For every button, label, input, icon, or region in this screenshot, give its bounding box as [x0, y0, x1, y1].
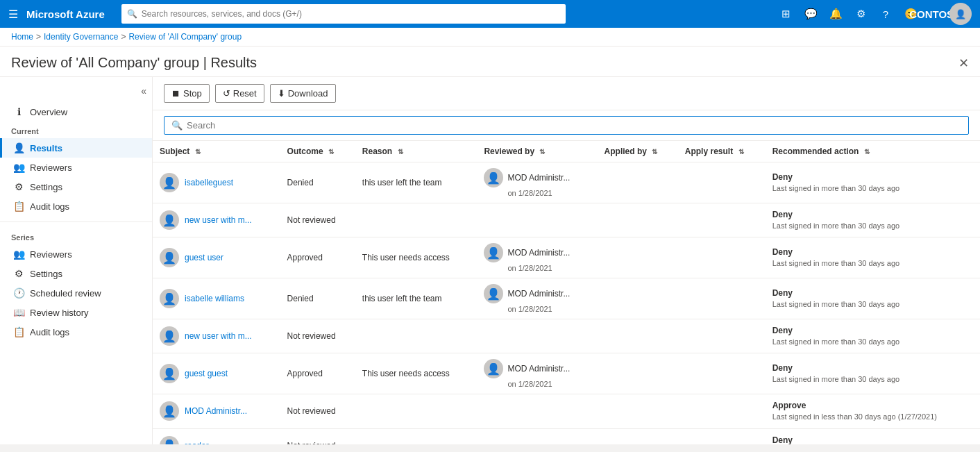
- cell-apply-result: [678, 319, 766, 353]
- sidebar-item-scheduled-review[interactable]: 🕐 Scheduled review: [0, 283, 152, 303]
- sidebar-item-reviewers-current[interactable]: 👥 Reviewers: [0, 158, 152, 177]
- col-reason[interactable]: Reason ⇅: [355, 141, 478, 162]
- recommended-action: Deny Last signed in more than 30 days ag…: [772, 287, 973, 310]
- auditlogs-icon: 📋: [13, 201, 24, 212]
- action-name: Deny: [772, 362, 973, 374]
- download-button[interactable]: ⬇ Download: [270, 84, 336, 103]
- user-cell: 👤 guest guest: [160, 364, 273, 383]
- cell-apply-result: [678, 353, 766, 394]
- bell-icon[interactable]: 🔔: [825, 3, 847, 25]
- grid-icon[interactable]: ⊞: [775, 3, 797, 25]
- user-name[interactable]: new user with m...: [185, 331, 252, 341]
- col-apply-result[interactable]: Apply result ⇅: [678, 141, 766, 162]
- sidebar-item-results[interactable]: 👤 Results: [0, 138, 152, 158]
- cell-apply-result: [678, 428, 766, 444]
- reviewer-cell: 👤 MOD Administr... on 1/28/2021: [484, 284, 590, 313]
- search-box: 🔍: [164, 116, 969, 135]
- col-recommended-action[interactable]: Recommended action ⇅: [766, 141, 980, 162]
- user-name[interactable]: isabelleguest: [185, 178, 233, 187]
- sidebar-item-auditlogs-current[interactable]: 📋 Audit logs: [0, 196, 152, 216]
- sidebar-collapse-area: «: [0, 83, 152, 102]
- reviewer-name: MOD Administr...: [507, 173, 570, 183]
- help-icon[interactable]: ?: [875, 3, 897, 25]
- user-name[interactable]: MOD Administr...: [185, 406, 247, 416]
- col-applied-by[interactable]: Applied by ⇅: [598, 141, 678, 162]
- reviewer-avatar: 👤: [484, 284, 503, 303]
- user-name[interactable]: reader: [185, 441, 209, 444]
- cell-reason: this user left the team: [355, 278, 478, 319]
- cell-apply-result: [678, 203, 766, 237]
- action-reason: Last signed in more than 30 days ago: [772, 337, 973, 347]
- col-subject[interactable]: Subject ⇅: [153, 141, 280, 162]
- user-avatar-icon: 👤: [160, 364, 179, 383]
- sidebar-item-overview[interactable]: ℹ Overview: [0, 102, 152, 122]
- sidebar-item-reviewers-series[interactable]: 👥 Reviewers: [0, 244, 152, 264]
- scheduled-review-icon: 🕐: [13, 287, 24, 299]
- breadcrumb-sep-2: >: [121, 32, 126, 42]
- action-reason: Last signed in more than 30 days ago: [772, 374, 973, 385]
- table-row: 👤 guest guest ApprovedThis user needs ac…: [153, 353, 980, 394]
- cell-subject: 👤 new user with m...: [153, 203, 280, 237]
- feedback-icon[interactable]: 💬: [800, 3, 822, 25]
- cell-recommended-action: Deny Last signed in more than 30 days ag…: [766, 278, 980, 319]
- sidebar-item-settings-current[interactable]: ⚙ Settings: [0, 177, 152, 196]
- breadcrumb-identity-governance[interactable]: Identity Governance: [44, 32, 118, 42]
- close-button[interactable]: ✕: [958, 56, 969, 71]
- content-area: ⏹ Stop ↺ Reset ⬇ Download 🔍: [153, 77, 980, 444]
- reviewer-date: on 1/28/2021: [484, 305, 590, 313]
- col-outcome[interactable]: Outcome ⇅: [280, 141, 355, 162]
- global-search-input[interactable]: [142, 9, 560, 19]
- user-avatar-icon: 👤: [160, 248, 179, 267]
- cell-recommended-action: Deny Last signed in more than 30 days ag…: [766, 162, 980, 203]
- cell-outcome: Not reviewed: [280, 319, 355, 353]
- sidebar-reviewers-current-label: Reviewers: [30, 162, 72, 173]
- user-avatar-icon: 👤: [160, 210, 179, 230]
- action-reason: Last signed in less than 30 days ago (1/…: [772, 412, 973, 422]
- cell-reviewed-by: [477, 319, 597, 353]
- sort-outcome-icon: ⇅: [328, 148, 334, 156]
- col-reviewed-by[interactable]: Reviewed by ⇅: [477, 141, 597, 162]
- reviewer-avatar: 👤: [484, 243, 503, 262]
- cell-apply-result: [678, 162, 766, 203]
- breadcrumb-home[interactable]: Home: [11, 32, 33, 42]
- download-label: Download: [288, 88, 328, 99]
- user-name[interactable]: guest guest: [185, 369, 228, 378]
- sidebar-item-review-history[interactable]: 📖 Review history: [0, 303, 152, 322]
- reset-button[interactable]: ↺ Reset: [215, 84, 264, 103]
- user-cell: 👤 new user with m...: [160, 210, 273, 230]
- action-name: Deny: [772, 209, 973, 221]
- sidebar-scheduled-review-label: Scheduled review: [30, 288, 101, 299]
- sidebar-item-auditlogs-series[interactable]: 📋 Audit logs: [0, 322, 152, 342]
- cell-subject: 👤 isabelleguest: [153, 162, 280, 203]
- user-name[interactable]: new user with m...: [185, 215, 252, 225]
- user-cell: 👤 MOD Administr...: [160, 401, 273, 421]
- cell-applied-by: [598, 162, 678, 203]
- breadcrumb-review[interactable]: Review of 'All Company' group: [128, 32, 242, 42]
- hamburger-icon[interactable]: ☰: [8, 8, 18, 21]
- gear-icon[interactable]: ⚙: [850, 3, 872, 25]
- sort-reason-icon: ⇅: [398, 148, 403, 156]
- reviewer-avatar: 👤: [484, 359, 503, 378]
- action-name: Deny: [772, 325, 973, 337]
- cell-applied-by: [598, 278, 678, 319]
- user-name[interactable]: isabelle williams: [185, 294, 244, 303]
- sidebar-item-settings-series[interactable]: ⚙ Settings: [0, 264, 152, 283]
- reviewer-name: MOD Administr...: [507, 289, 570, 299]
- recommended-action: Deny Last signed in more than 30 days ag…: [772, 435, 973, 444]
- cell-reason: [355, 428, 478, 444]
- global-search-bar[interactable]: 🔍: [121, 4, 566, 24]
- sidebar-section-series: Series: [0, 228, 152, 244]
- user-name[interactable]: guest user: [185, 253, 223, 262]
- user-avatar[interactable]: 👤: [949, 3, 972, 25]
- results-table: Subject ⇅ Outcome ⇅ Reason ⇅ Reviewed: [153, 141, 980, 444]
- nav-icons-group: ⊞ 💬 🔔 ⚙ ? 😊 CONTOSO 👤: [775, 3, 972, 25]
- search-input[interactable]: [187, 120, 961, 131]
- stop-button[interactable]: ⏹ Stop: [164, 84, 210, 103]
- cell-subject: 👤 guest user: [153, 237, 280, 278]
- reviewers-series-icon: 👥: [13, 249, 24, 260]
- reviewer-name: MOD Administr...: [507, 364, 570, 374]
- reviewer-avatar: 👤: [484, 168, 503, 187]
- cell-recommended-action: Deny Last signed in more than 30 days ag…: [766, 353, 980, 394]
- sidebar-collapse-button[interactable]: «: [141, 85, 146, 97]
- user-avatar-icon: 👤: [160, 289, 179, 308]
